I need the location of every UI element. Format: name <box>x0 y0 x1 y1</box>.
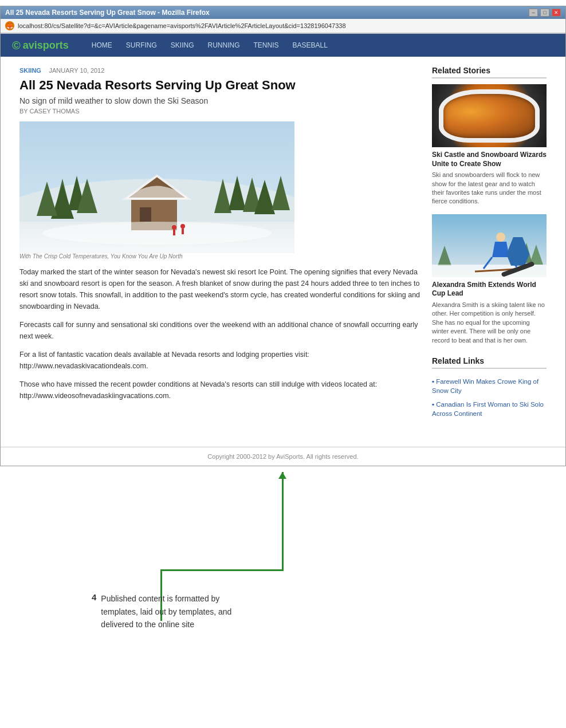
svg-rect-15 <box>140 207 151 222</box>
svg-point-20 <box>180 224 185 229</box>
nav-item-surfing[interactable]: SURFING <box>126 41 157 49</box>
annotation-area: 4 Published content is formatted by temp… <box>0 472 566 644</box>
close-button[interactable]: ✕ <box>552 9 561 17</box>
site-footer: Copyright 2000-2012 by AviSports. All ri… <box>1 447 565 466</box>
annotation-number: 4 <box>92 592 96 602</box>
article-category[interactable]: SKIING <box>19 67 41 74</box>
browser-favicon-icon: 🦊 <box>5 21 14 30</box>
article-author: BY CASEY THOMAS <box>19 108 420 115</box>
svg-point-18 <box>172 225 176 230</box>
svg-rect-21 <box>182 229 184 234</box>
article-body: Today marked the start of the winter sea… <box>19 266 420 402</box>
maximize-button[interactable]: □ <box>540 9 549 17</box>
related-story-1: Ski Castle and Snowboard Wizards Unite t… <box>432 84 547 206</box>
annotation-arrowhead <box>278 472 286 479</box>
logo-icon: © <box>12 39 21 52</box>
related-story-2-desc: Alexandra Smith is a skiing talent like … <box>432 301 547 345</box>
annotation-arrow-vertical <box>282 472 284 569</box>
related-story-1-desc: Ski and snowboarders will flock to new s… <box>432 171 547 206</box>
nav-item-tennis[interactable]: TENNIS <box>253 41 278 49</box>
related-story-1-image[interactable] <box>432 84 547 147</box>
related-link-2[interactable]: Canadian Is First Woman to Ski Solo Acro… <box>432 401 544 417</box>
article-main: SKIING JANUARY 10, 2012 All 25 Nevada Re… <box>19 66 420 432</box>
sidebar: Related Stories Ski Castle and Snowboard… <box>432 66 547 432</box>
related-stories-title: Related Stories <box>432 66 547 78</box>
related-links-title: Related Links <box>432 356 547 369</box>
related-link-1[interactable]: Farewell Win Makes Crowe King of Snow Ci… <box>432 378 539 394</box>
article-title: All 25 Nevada Resorts Serving Up Great S… <box>19 78 420 93</box>
browser-url[interactable]: localhost:80/cs/Satellite?d=&c=AVIArticl… <box>18 22 561 29</box>
related-story-2-image[interactable] <box>432 214 547 277</box>
related-story-2: Alexandra Smith Extends World Cup Lead A… <box>432 214 547 345</box>
nav-item-skiing[interactable]: SKIING <box>171 41 194 49</box>
annotation-line-horizontal <box>160 569 284 571</box>
article-paragraph-3: For a list of fantastic vacation deals a… <box>19 349 420 372</box>
related-links-list: Farewell Win Makes Crowe King of Snow Ci… <box>432 375 547 420</box>
related-story-1-title[interactable]: Ski Castle and Snowboard Wizards Unite t… <box>432 151 547 168</box>
footer-text: Copyright 2000-2012 by AviSports. All ri… <box>207 453 358 460</box>
related-link-item-1: Farewell Win Makes Crowe King of Snow Ci… <box>432 375 547 398</box>
nav-item-home[interactable]: HOME <box>92 41 112 49</box>
site-logo[interactable]: © avisports <box>12 39 69 52</box>
svg-marker-28 <box>492 242 509 257</box>
site-content: SKIING JANUARY 10, 2012 All 25 Nevada Re… <box>8 57 558 441</box>
logo-text: avisports <box>23 40 69 52</box>
browser-titlebar: All 25 Nevada Resorts Serving Up Great S… <box>1 6 565 19</box>
article-paragraph-4: Those who have missed the recent powder … <box>19 379 420 402</box>
annotation-text: Published content is formatted by templa… <box>101 592 238 631</box>
related-links-section: Related Links Farewell Win Makes Crowe K… <box>432 356 547 420</box>
article-paragraph-1: Today marked the start of the winter sea… <box>19 266 420 312</box>
article-date: JANUARY 10, 2012 <box>49 67 105 74</box>
article-image-container: With The Crisp Cold Temperatures, You Kn… <box>19 121 420 259</box>
annotation-text-container: 4 Published content is formatted by temp… <box>92 592 238 631</box>
related-stories-section: Related Stories Ski Castle and Snowboard… <box>432 66 547 345</box>
svg-rect-19 <box>173 230 175 235</box>
article-subtitle: No sign of mild weather to slow down the… <box>19 96 420 105</box>
related-story-2-title[interactable]: Alexandra Smith Extends World Cup Lead <box>432 281 547 298</box>
browser-title: All 25 Nevada Resorts Serving Up Great S… <box>5 9 210 17</box>
related-link-item-2: Canadian Is First Woman to Ski Solo Acro… <box>432 398 547 420</box>
article-paragraph-2: Forecasts call for sunny and sensational… <box>19 319 420 342</box>
nav-item-baseball[interactable]: BASEBALL <box>293 41 328 49</box>
minimize-button[interactable]: – <box>529 9 538 17</box>
site-nav: © avisports HOME SURFING SKIING RUNNING … <box>1 34 565 57</box>
website-container: © avisports HOME SURFING SKIING RUNNING … <box>1 33 565 466</box>
nav-item-running[interactable]: RUNNING <box>207 41 239 49</box>
browser-window: All 25 Nevada Resorts Serving Up Great S… <box>0 6 566 466</box>
article-image <box>19 121 294 253</box>
article-image-caption: With The Crisp Cold Temperatures, You Kn… <box>19 253 420 259</box>
svg-point-27 <box>496 233 505 242</box>
article-meta-line: SKIING JANUARY 10, 2012 <box>19 66 420 74</box>
nav-items: HOME SURFING SKIING RUNNING TENNIS BASEB… <box>92 41 328 49</box>
browser-controls: – □ ✕ <box>529 9 561 17</box>
browser-addressbar: 🦊 localhost:80/cs/Satellite?d=&c=AVIArti… <box>1 19 565 33</box>
svg-point-17 <box>42 222 272 245</box>
